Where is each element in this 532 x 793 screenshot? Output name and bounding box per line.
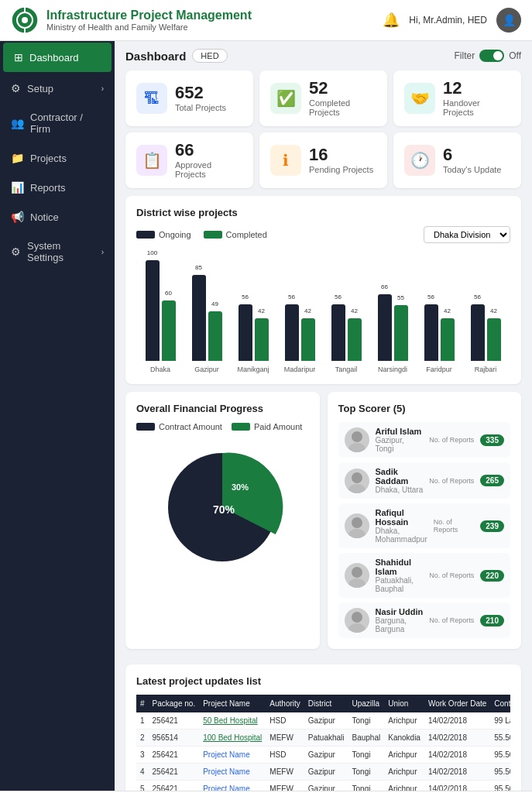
scorer-name-1: Sadik Saddam	[376, 467, 424, 486]
cell-district: Gazipur	[304, 712, 348, 729]
app-title-block: Infrastructure Project Management Minist…	[46, 9, 383, 32]
cell-upazilla: Bauphal	[348, 729, 385, 747]
sidebar-item-projects[interactable]: 📁 Projects	[0, 143, 115, 173]
stat-num-completed: 52	[309, 80, 376, 97]
sidebar: ⊞ Dashboard ⚙ Setup ›👥 Contractor / Firm…	[0, 41, 115, 791]
sidebar-label-notice: Notice	[30, 211, 59, 223]
scorer-loc-4: Barguna, Barguna	[376, 616, 424, 633]
scorer-avatar-0	[345, 427, 369, 452]
header: Infrastructure Project Management Minist…	[0, 0, 532, 41]
bar-label-completed: 42	[351, 307, 358, 314]
cell-workorder: 14/02/2018	[424, 747, 490, 764]
scorer-loc-0: Gazipur, Tongi	[376, 436, 424, 453]
bar-label-completed: 42	[490, 307, 497, 314]
scorer-item-2: Rafiqul Hossain Dhaka, Mohammadpur No. o…	[338, 503, 511, 548]
scorer-score-1: 265	[480, 475, 504, 486]
chart-filter[interactable]: Dhaka Division	[424, 226, 510, 243]
stat-num-approved: 66	[175, 142, 242, 159]
table-row: 2 956514 100 Bed Hospital MEFW Patuakhal…	[136, 729, 510, 747]
scorer-item-4: Nasir Uddin Barguna, Barguna No. of Repo…	[338, 602, 511, 638]
svg-point-10	[352, 472, 362, 483]
cell-project[interactable]: Project Name	[199, 747, 266, 764]
scorer-name-0: Ariful Islam	[376, 427, 424, 436]
cell-project[interactable]: Project Name	[199, 781, 266, 791]
main-content: Dashboard HED Filter Off 🏗 652 Total Pro…	[115, 41, 532, 791]
sidebar-item-settings[interactable]: ⚙ System Settings ›	[0, 232, 115, 272]
bars-Dhaka: 100 60	[146, 260, 176, 361]
bar-completed-Tangail: 42	[348, 318, 362, 361]
filter-area: Filter Off	[455, 50, 521, 62]
toggle-label: Off	[509, 50, 521, 61]
table-card: Latest project updates list #Package no.…	[125, 664, 521, 791]
cell-project[interactable]: Project Name	[199, 764, 266, 781]
cell-authority: MEFW	[266, 781, 304, 791]
sidebar-item-notice[interactable]: 📢 Notice	[0, 202, 115, 232]
stat-icon-completed: ✅	[270, 83, 301, 114]
bar-ongoing-Manikganj: 56	[239, 304, 252, 361]
cell-contract: 55.50 Lacs	[490, 729, 510, 747]
stat-card-pending: ℹ 16 Pending Projects	[259, 132, 387, 188]
stat-label-pending: Pending Projects	[309, 165, 373, 174]
bar-label-ongoing: 56	[474, 294, 481, 300]
topbar: Dashboard HED Filter Off	[125, 49, 521, 63]
bar-group-dhaka: 100 60 Dhaka	[139, 260, 181, 373]
two-col-section: Overall Financial Progress Contract Amou…	[125, 392, 521, 657]
cell-union: Kanokdia	[384, 729, 424, 747]
bar-name-Tangail: Tangail	[335, 366, 358, 373]
bar-label-ongoing: 56	[242, 294, 249, 300]
cell-contract: 95.50 Lacs	[490, 747, 510, 764]
stat-label-handover: Handover Projects	[443, 98, 510, 117]
bar-ongoing-Tangail: 56	[331, 304, 345, 361]
scorer-item-3: Shahidul Islam Patuakhali, Bauphal No. o…	[338, 553, 511, 598]
bars-Madaripur: 56 42	[285, 304, 315, 361]
filter-toggle[interactable]	[479, 50, 504, 62]
stat-cards-grid: 🏗 652 Total Projects ✅ 52 Completed Proj…	[125, 70, 521, 188]
bar-label-completed: 55	[397, 294, 404, 301]
cell-upazilla: Tongi	[348, 781, 385, 791]
cell-project[interactable]: 100 Bed Hospital	[199, 729, 266, 747]
cell-package: 256421	[149, 764, 200, 781]
bar-label-completed: 60	[165, 290, 172, 297]
bar-name-Gazipur: Gazipur	[194, 366, 219, 373]
bar-group-narsingdi: 66 55 Narsingdi	[372, 294, 414, 373]
contract-label: Contract Amount	[159, 422, 222, 431]
app-logo	[11, 6, 39, 34]
stat-card-completed: ✅ 52 Completed Projects	[259, 70, 387, 126]
scorer-loc-1: Dhaka, Uttara	[376, 486, 424, 494]
contractor-icon: 👥	[11, 117, 24, 129]
sidebar-item-reports[interactable]: 📊 Reports	[0, 173, 115, 202]
cell-contract: 95.50 Lacs	[490, 764, 510, 781]
cell-project[interactable]: 50 Bed Hospital	[199, 712, 266, 729]
reports-icon: 📊	[11, 181, 24, 194]
bar-group-rajbari: 56 42 Rajbari	[465, 304, 506, 373]
avatar[interactable]: 👤	[496, 8, 521, 33]
cell-package: 256421	[149, 781, 200, 791]
stat-num-pending: 16	[309, 146, 373, 163]
notification-icon[interactable]: 🔔	[383, 12, 400, 29]
stat-label-completed: Completed Projects	[309, 98, 376, 117]
sidebar-item-dashboard[interactable]: ⊞ Dashboard	[3, 43, 112, 72]
bar-chart: 100 60 Dhaka 85 49 Gazipur 56 42 Manikga…	[136, 249, 510, 373]
cell-upazilla: Tongi	[348, 747, 385, 764]
sidebar-label-projects: Projects	[30, 153, 67, 164]
scorer-score-0: 335	[480, 434, 504, 446]
sidebar-item-contractor[interactable]: 👥 Contractor / Firm	[0, 103, 115, 143]
bar-group-faridpur: 56 42 Faridpur	[418, 304, 460, 373]
scorer-loc-3: Patuakhali, Bauphal	[376, 576, 424, 593]
stat-icon-today: 🕐	[404, 145, 435, 176]
chart-header: Ongoing Completed Dhaka Division	[136, 226, 510, 243]
ongoing-dot	[136, 231, 155, 239]
bars-Gazipur: 85 49	[192, 275, 222, 361]
scorer-info-3: Shahidul Islam Patuakhali, Bauphal	[376, 558, 424, 593]
sidebar-label-settings: System Settings	[27, 240, 95, 263]
contract-legend: Contract Amount	[136, 422, 222, 431]
cell-workorder: 14/02/2018	[424, 764, 490, 781]
bar-completed-Narsingdi: 55	[394, 305, 408, 361]
sidebar-item-setup[interactable]: ⚙ Setup ›	[0, 74, 115, 103]
chart-legend: Ongoing Completed	[136, 230, 267, 239]
svg-text:30%: 30%	[232, 482, 249, 492]
hed-badge[interactable]: HED	[192, 49, 227, 63]
table-row: 1 256421 50 Bed Hospital HSD Gazipur Ton…	[136, 712, 510, 729]
division-select[interactable]: Dhaka Division	[424, 226, 510, 243]
col-package-no.: Package no.	[149, 695, 200, 712]
